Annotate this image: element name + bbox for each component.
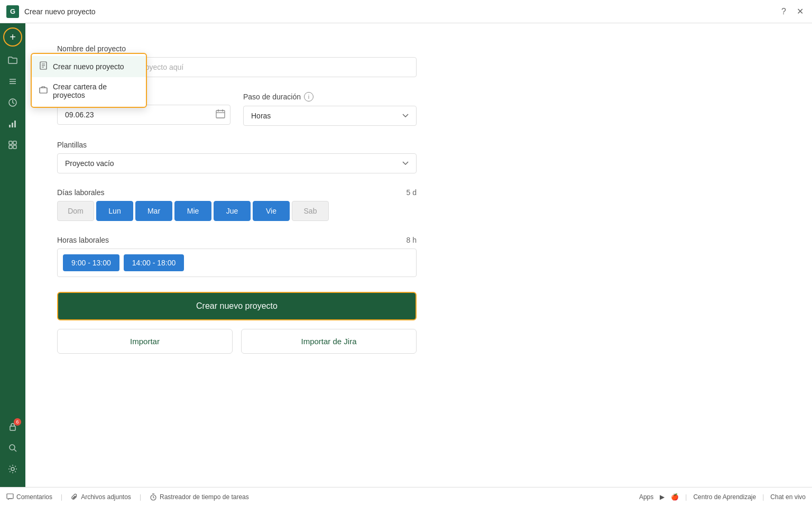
svg-rect-13 xyxy=(13,141,16,144)
lock-badge: 6 xyxy=(14,418,21,426)
add-button-container: + Crear nuevo proyecto xyxy=(3,27,22,49)
sidebar-item-clock[interactable] xyxy=(3,93,22,112)
day-btn-jue[interactable]: Jue xyxy=(214,201,251,221)
info-icon[interactable]: i xyxy=(304,92,313,102)
time-tracker-icon xyxy=(150,493,157,501)
svg-point-17 xyxy=(10,445,15,450)
duration-step-label-row: Paso de duración i xyxy=(243,92,417,102)
duration-step-field: Paso de duración i Horas Días Semanas xyxy=(243,92,417,126)
duration-step-label: Paso de duración xyxy=(243,93,301,101)
templates-field: Plantillas Proyecto vacío Plantilla 1 Pl… xyxy=(57,141,417,173)
sidebar-item-grid[interactable] xyxy=(3,135,22,154)
day-btn-mar[interactable]: Mar xyxy=(135,201,172,221)
title-bar-actions: ? ✕ xyxy=(779,4,806,19)
svg-rect-24 xyxy=(7,494,13,499)
working-hours-label: Horas laborales xyxy=(57,236,109,244)
sidebar-bottom: 6 xyxy=(3,417,22,483)
sidebar-item-list[interactable] xyxy=(3,72,22,91)
bottom-bar: Comentarios | Archivos adjuntos | Rastre… xyxy=(0,487,812,506)
sidebar: + Crear nuevo proyecto xyxy=(0,23,25,487)
day-btn-dom[interactable]: Dom xyxy=(57,201,94,221)
day-btn-mie[interactable]: Mie xyxy=(174,201,211,221)
sidebar-item-folder[interactable] xyxy=(3,51,22,70)
bottom-apple[interactable]: 🍎 xyxy=(671,493,679,501)
add-button[interactable]: + xyxy=(3,27,22,47)
attachments-label: Archivos adjuntos xyxy=(81,493,131,501)
sidebar-item-search[interactable] xyxy=(3,438,22,457)
svg-rect-15 xyxy=(13,145,16,149)
bottom-comments[interactable]: Comentarios xyxy=(6,493,52,501)
templates-select[interactable]: Proyecto vacío Plantilla 1 Plantilla 2 xyxy=(57,153,417,173)
sidebar-item-lock[interactable]: 6 xyxy=(3,417,22,436)
bottom-time-tracker[interactable]: Rastreador de tiempo de tareas xyxy=(150,493,249,501)
working-days-label: Días laborales xyxy=(57,188,105,197)
working-days-count: 5 d xyxy=(407,188,417,197)
duration-step-select[interactable]: Horas Días Semanas xyxy=(243,106,417,126)
svg-rect-12 xyxy=(9,141,12,144)
main-layout: + Crear nuevo proyecto xyxy=(0,23,812,487)
sidebar-item-chart[interactable] xyxy=(3,114,22,133)
dropdown-menu: Crear nuevo proyecto Crear cartera de pr… xyxy=(31,53,147,108)
import-row: Importar Importar de Jira xyxy=(57,329,417,354)
help-button[interactable]: ? xyxy=(779,4,788,19)
time-slot-morning[interactable]: 9:00 - 13:00 xyxy=(63,254,119,271)
day-btn-lun[interactable]: Lun xyxy=(96,201,133,221)
svg-rect-9 xyxy=(9,125,11,127)
bottom-attachments[interactable]: Archivos adjuntos xyxy=(71,493,131,501)
title-bar: G Crear nuevo proyecto ? ✕ xyxy=(0,0,812,23)
bottom-bar-right: Apps ▶ 🍎 | Centro de Aprendizaje | Chat … xyxy=(639,493,806,501)
dropdown-item-label-new-project: Crear nuevo proyecto xyxy=(53,62,124,71)
close-button[interactable]: ✕ xyxy=(795,4,806,19)
bottom-learning-center[interactable]: Centro de Aprendizaje xyxy=(693,493,756,501)
hours-label-row: Horas laborales 8 h xyxy=(57,236,417,244)
import-button[interactable]: Importar xyxy=(57,329,233,354)
time-slots-container: 9:00 - 13:00 14:00 - 18:00 xyxy=(57,249,417,277)
attachments-icon xyxy=(71,493,78,501)
window-title: Crear nuevo proyecto xyxy=(24,7,779,16)
day-btn-vie[interactable]: Vie xyxy=(253,201,290,221)
time-slot-afternoon[interactable]: 14:00 - 18:00 xyxy=(124,254,184,271)
day-btn-sab[interactable]: Sab xyxy=(292,201,329,221)
new-project-icon xyxy=(39,61,48,72)
svg-rect-11 xyxy=(14,121,16,127)
dropdown-item-portfolio[interactable]: Crear cartera de proyectos xyxy=(32,77,146,105)
sidebar-top: + Crear nuevo proyecto xyxy=(3,27,22,417)
create-project-button[interactable]: Crear nuevo proyecto xyxy=(57,292,417,320)
app-logo: G xyxy=(6,5,19,18)
svg-point-19 xyxy=(11,467,14,471)
svg-rect-14 xyxy=(9,145,12,149)
bottom-live-chat[interactable]: Chat en vivo xyxy=(770,493,806,501)
portfolio-icon xyxy=(39,86,48,96)
svg-rect-16 xyxy=(10,426,15,430)
dropdown-item-label-portfolio: Crear cartera de proyectos xyxy=(53,82,139,99)
time-tracker-label: Rastreador de tiempo de tareas xyxy=(160,493,249,501)
templates-label: Plantillas xyxy=(57,141,417,149)
svg-rect-4 xyxy=(40,88,47,93)
svg-line-18 xyxy=(14,449,16,452)
comments-label: Comentarios xyxy=(16,493,52,501)
bottom-apps[interactable]: Apps xyxy=(639,493,653,501)
working-hours-field: Horas laborales 8 h 9:00 - 13:00 14:00 -… xyxy=(57,236,417,277)
dropdown-item-new-project[interactable]: Crear nuevo proyecto xyxy=(32,56,146,77)
bottom-play[interactable]: ▶ xyxy=(660,493,665,501)
svg-rect-10 xyxy=(12,123,13,127)
day-buttons: Dom Lun Mar Mie Jue Vie Sab xyxy=(57,201,417,221)
comments-icon xyxy=(6,493,14,501)
working-days-field: Días laborales 5 d Dom Lun Mar Mie Jue V… xyxy=(57,188,417,221)
import-jira-button[interactable]: Importar de Jira xyxy=(241,329,417,354)
bottom-bar-left: Comentarios | Archivos adjuntos | Rastre… xyxy=(6,493,639,501)
days-label-row: Días laborales 5 d xyxy=(57,188,417,197)
sidebar-item-settings[interactable] xyxy=(3,459,22,479)
project-name-label: Nombre del proyecto xyxy=(57,44,417,53)
working-hours-count: 8 h xyxy=(407,236,417,244)
